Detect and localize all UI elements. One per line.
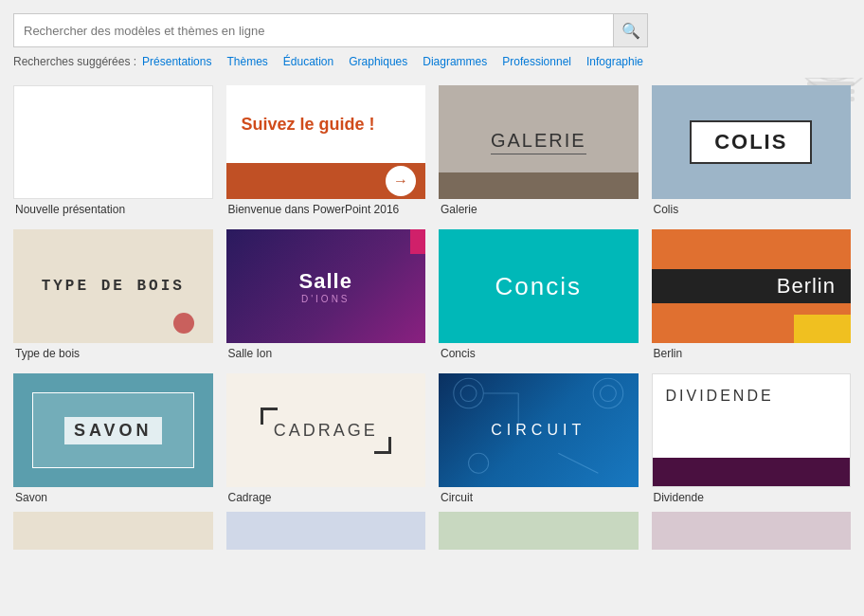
svg-point-14 [454, 378, 484, 408]
suggestion-themes[interactable]: Thèmes [226, 55, 267, 68]
template-name: Galerie [439, 203, 639, 216]
suggestions-label: Recherches suggérées : [13, 55, 136, 68]
template-item-partial3[interactable] [439, 512, 639, 550]
berlin-yellow [794, 315, 851, 343]
svg-point-18 [593, 378, 623, 408]
cadrage-text: CADRAGE [274, 421, 378, 441]
welcome-title: Suivez le guide ! [242, 115, 375, 135]
search-bar: 🔍 [13, 13, 648, 47]
template-thumb-savon: SAVON [13, 373, 213, 487]
template-item-bois[interactable]: TYPE DE BOIS Type de bois [13, 229, 213, 360]
template-item-circuit[interactable]: CIRCUIT Circuit [439, 373, 639, 504]
template-name: Berlin [652, 347, 852, 360]
svg-line-20 [558, 453, 598, 473]
template-thumb-concis: Concis [439, 229, 639, 343]
berlin-text: Berlin [777, 274, 836, 299]
template-thumb-circuit: CIRCUIT [439, 373, 639, 487]
corner-tl [261, 408, 278, 425]
savon-inner: SAVON [32, 392, 194, 468]
template-thumb-galerie: GALERIE [439, 85, 639, 199]
colis-box: COLIS [690, 120, 812, 164]
template-item-salle[interactable]: Salle D'IONS Salle Ion [226, 229, 426, 360]
suggestion-professionnel[interactable]: Professionnel [502, 55, 571, 68]
salle-text: Salle D'IONS [299, 269, 352, 304]
template-item-savon[interactable]: SAVON Savon [13, 373, 213, 504]
dividende-bar [653, 458, 851, 486]
template-thumb-colis: COLIS [652, 85, 852, 199]
svg-point-21 [469, 453, 489, 473]
search-area: 🔍 Recherches suggérées : Présentations T… [0, 0, 864, 78]
bois-text: TYPE DE BOIS [42, 278, 185, 295]
template-thumb-salle: Salle D'IONS [226, 229, 426, 343]
welcome-top: Suivez le guide ! [226, 85, 426, 163]
template-name: Circuit [439, 491, 639, 504]
template-name: Type de bois [13, 347, 213, 360]
circuit-text: CIRCUIT [491, 422, 585, 439]
cadrage-frame: CADRAGE [274, 421, 378, 441]
welcome-bar: → [226, 163, 426, 199]
template-item-dividende[interactable]: DIVIDENDE Dividende [652, 373, 852, 504]
template-name: Cadrage [226, 491, 426, 504]
partial-thumb [226, 512, 426, 550]
template-name: Salle Ion [226, 347, 426, 360]
suggestion-graphiques[interactable]: Graphiques [349, 55, 407, 68]
suggestion-diagrammes[interactable]: Diagrammes [423, 55, 487, 68]
template-item-cadrage[interactable]: CADRAGE Cadrage [226, 373, 426, 504]
template-item-partial1[interactable] [13, 512, 213, 550]
template-name: Bienvenue dans PowerPoint 2016 [226, 203, 426, 216]
partial-thumb [652, 512, 852, 550]
suggestion-presentations[interactable]: Présentations [142, 55, 211, 68]
templates-grid: Nouvelle présentation Suivez le guide ! … [0, 78, 864, 512]
template-name: Concis [439, 347, 639, 360]
template-item-concis[interactable]: Concis Concis [439, 229, 639, 360]
template-item[interactable]: Nouvelle présentation [13, 85, 213, 216]
template-item-colis[interactable]: COLIS Colis [652, 85, 852, 216]
colis-text: COLIS [714, 130, 787, 154]
welcome-arrow: → [386, 166, 416, 196]
berlin-stripe: Berlin [652, 269, 852, 303]
salle-main: Salle [299, 269, 352, 294]
template-name: Colis [652, 203, 852, 216]
template-thumb-berlin: Berlin [652, 229, 852, 343]
template-item-partial4[interactable] [652, 512, 852, 550]
template-thumb-bois: TYPE DE BOIS [13, 229, 213, 343]
corner-br [374, 437, 391, 454]
template-item-partial2[interactable] [226, 512, 426, 550]
svg-point-15 [460, 386, 477, 402]
template-item-galerie[interactable]: GALERIE Galerie [439, 85, 639, 216]
template-item-berlin[interactable]: Berlin Berlin [652, 229, 852, 360]
galerie-text: GALERIE [491, 130, 586, 154]
concis-text: Concis [495, 272, 582, 301]
row4-partial [0, 512, 864, 550]
template-name: Savon [13, 491, 213, 504]
dividende-title: DIVIDENDE [666, 388, 774, 405]
suggestions-bar: Recherches suggérées : Présentations Thè… [13, 47, 851, 78]
bois-stamp [173, 313, 194, 334]
suggestion-infographie[interactable]: Infographie [586, 55, 643, 68]
salle-accent [410, 229, 425, 254]
partial-thumb [13, 512, 213, 550]
template-name: Nouvelle présentation [13, 203, 213, 216]
search-button[interactable]: 🔍 [613, 14, 647, 46]
template-thumb-blank [13, 85, 213, 199]
template-item-welcome[interactable]: Suivez le guide ! → Bienvenue dans Power… [226, 85, 426, 216]
search-input[interactable] [14, 24, 613, 38]
template-thumb-welcome: Suivez le guide ! → [226, 85, 426, 199]
template-thumb-dividende: DIVIDENDE [652, 373, 852, 487]
salle-sub: D'IONS [299, 294, 352, 304]
partial-thumb [439, 512, 639, 550]
template-name: Dividende [652, 491, 852, 504]
suggestion-education[interactable]: Éducation [283, 55, 333, 68]
template-thumb-cadrage: CADRAGE [226, 373, 426, 487]
svg-point-19 [601, 386, 617, 402]
savon-text: SAVON [64, 417, 162, 444]
